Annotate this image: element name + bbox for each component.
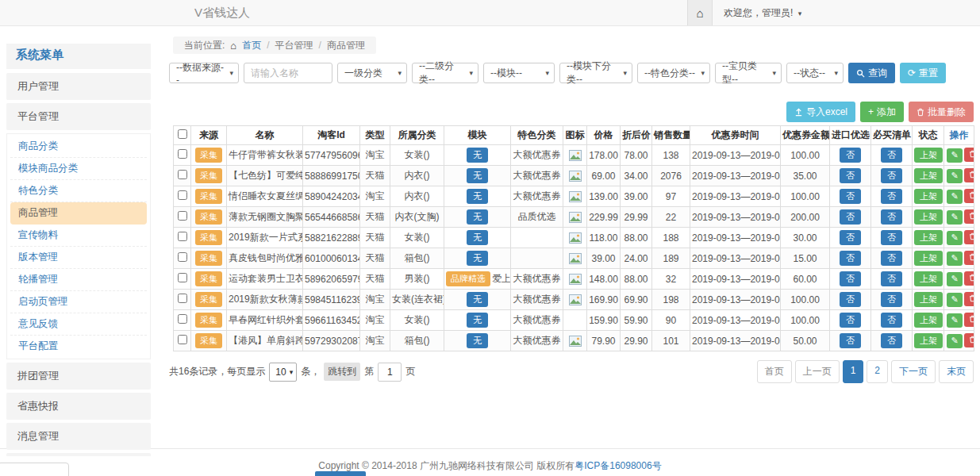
edit-button[interactable]: ✎ (947, 313, 963, 328)
jump-page-input[interactable] (378, 363, 402, 382)
filter-select[interactable]: --数据来源--▾ (169, 63, 239, 83)
must-buy-toggle[interactable]: 否 (881, 251, 902, 266)
delete-button[interactable] (964, 251, 974, 265)
page-button[interactable]: 首页 (757, 360, 792, 383)
delete-button[interactable] (964, 292, 974, 306)
add-button[interactable]: + 添加 (860, 102, 904, 122)
sidebar-sub-item[interactable]: 宣传物料 (10, 225, 147, 247)
status-toggle[interactable]: 上架 (914, 230, 943, 245)
edit-button[interactable]: ✎ (947, 210, 963, 225)
sidebar-group-item[interactable]: 省惠快报 (6, 393, 151, 420)
edit-button[interactable]: ✎ (947, 251, 963, 266)
status-toggle[interactable]: 上架 (914, 209, 943, 225)
delete-button[interactable] (964, 333, 974, 347)
status-toggle[interactable]: 上架 (914, 271, 943, 286)
row-checkbox[interactable] (178, 170, 187, 179)
import-select-toggle[interactable]: 否 (840, 313, 861, 328)
search-name-input[interactable] (244, 63, 332, 83)
sidebar-group-item[interactable]: 订单管理 (6, 453, 151, 456)
must-buy-toggle[interactable]: 否 (881, 168, 902, 183)
home-button[interactable]: ⌂ (687, 0, 713, 25)
page-button[interactable]: 2 (867, 360, 888, 383)
sidebar-sub-item[interactable]: 商品管理 (10, 202, 147, 225)
per-page-select[interactable]: 10 ▾ (269, 363, 297, 382)
reset-button[interactable]: ⟳重置 (900, 63, 946, 83)
edit-button[interactable]: ✎ (947, 293, 963, 307)
import-select-toggle[interactable]: 否 (840, 251, 861, 266)
row-checkbox[interactable] (178, 190, 187, 200)
page-button[interactable]: 末页 (939, 360, 974, 383)
row-checkbox[interactable] (178, 335, 187, 344)
edit-button[interactable]: ✎ (947, 169, 963, 183)
filter-select[interactable]: --模块下分类--▾ (559, 63, 632, 83)
sidebar-sub-item[interactable]: 版本管理 (10, 247, 147, 269)
import-select-toggle[interactable]: 否 (840, 271, 861, 286)
row-checkbox[interactable] (178, 252, 187, 262)
must-buy-toggle[interactable]: 否 (881, 333, 902, 348)
edit-button[interactable]: ✎ (947, 231, 963, 245)
sidebar-sub-item[interactable]: 平台配置 (10, 336, 147, 357)
page-button[interactable]: 上一页 (795, 360, 840, 383)
sidebar-sub-item[interactable]: 意见反馈 (10, 313, 147, 336)
filter-select[interactable]: --宝贝类型--▾ (715, 63, 782, 83)
import-select-toggle[interactable]: 否 (840, 148, 861, 163)
batch-delete-button[interactable]: 批量删除 (909, 102, 974, 122)
sidebar-sub-item[interactable]: 模块商品分类 (10, 158, 147, 180)
row-checkbox[interactable] (178, 211, 187, 221)
must-buy-toggle[interactable]: 否 (881, 209, 902, 225)
page-button[interactable]: 1 (843, 360, 864, 383)
must-buy-toggle[interactable]: 否 (881, 313, 902, 328)
filter-select[interactable]: 一级分类▾ (337, 63, 407, 83)
filter-select[interactable]: --状态--▾ (786, 63, 844, 83)
import-select-toggle[interactable]: 否 (840, 230, 861, 245)
import-select-toggle[interactable]: 否 (840, 292, 861, 307)
sidebar-group-item[interactable]: 平台管理 (6, 103, 151, 130)
page-button[interactable]: 下一页 (891, 360, 936, 383)
filter-select[interactable]: --特色分类--▾ (637, 63, 710, 83)
delete-button[interactable] (964, 148, 974, 162)
breadcrumb-home-link[interactable]: 首页 (242, 39, 261, 52)
status-toggle[interactable]: 上架 (914, 251, 943, 266)
sidebar-sub-item[interactable]: 商品分类 (10, 136, 147, 158)
must-buy-toggle[interactable]: 否 (881, 148, 902, 163)
filter-select[interactable]: --二级分类--▾ (412, 63, 478, 83)
delete-button[interactable] (964, 230, 974, 244)
select-all-checkbox[interactable] (178, 129, 187, 139)
must-buy-toggle[interactable]: 否 (881, 189, 902, 204)
status-toggle[interactable]: 上架 (914, 292, 943, 307)
row-checkbox[interactable] (178, 294, 187, 303)
sidebar-group-item[interactable]: 用户管理 (6, 73, 151, 100)
sidebar-sub-item[interactable]: 轮播管理 (10, 269, 147, 291)
status-toggle[interactable]: 上架 (914, 189, 943, 204)
import-select-toggle[interactable]: 否 (840, 168, 861, 183)
row-checkbox[interactable] (178, 232, 187, 241)
delete-button[interactable] (964, 209, 974, 224)
status-toggle[interactable]: 上架 (914, 148, 943, 163)
row-checkbox[interactable] (178, 273, 187, 282)
delete-button[interactable] (964, 189, 974, 203)
filter-select[interactable]: --模块--▾ (483, 63, 555, 83)
import-select-toggle[interactable]: 否 (840, 209, 861, 225)
import-select-toggle[interactable]: 否 (840, 333, 861, 348)
must-buy-toggle[interactable]: 否 (881, 292, 902, 307)
sidebar-group-item[interactable]: 拼团管理 (6, 363, 151, 390)
sidebar-sub-item[interactable]: 启动页管理 (10, 291, 147, 313)
user-menu[interactable]: 欢迎您，管理员! ▾ (724, 6, 801, 20)
edit-button[interactable]: ✎ (947, 272, 963, 286)
delete-button[interactable] (964, 313, 974, 327)
status-toggle[interactable]: 上架 (914, 333, 943, 348)
must-buy-toggle[interactable]: 否 (881, 271, 902, 286)
status-toggle[interactable]: 上架 (914, 313, 943, 328)
sidebar-sub-item[interactable]: 特色分类 (10, 180, 147, 202)
delete-button[interactable] (964, 271, 974, 286)
edit-button[interactable]: ✎ (947, 190, 963, 204)
edit-button[interactable]: ✎ (947, 148, 963, 163)
row-checkbox[interactable] (178, 314, 187, 324)
status-toggle[interactable]: 上架 (914, 168, 943, 183)
edit-button[interactable]: ✎ (947, 334, 963, 348)
row-checkbox[interactable] (178, 149, 187, 159)
sidebar-group-item[interactable]: 消息管理 (6, 423, 151, 450)
import-select-toggle[interactable]: 否 (840, 189, 861, 204)
search-button[interactable]: 查询 (848, 63, 895, 83)
icp-link[interactable]: 粤ICP备16098006号 (575, 460, 661, 471)
